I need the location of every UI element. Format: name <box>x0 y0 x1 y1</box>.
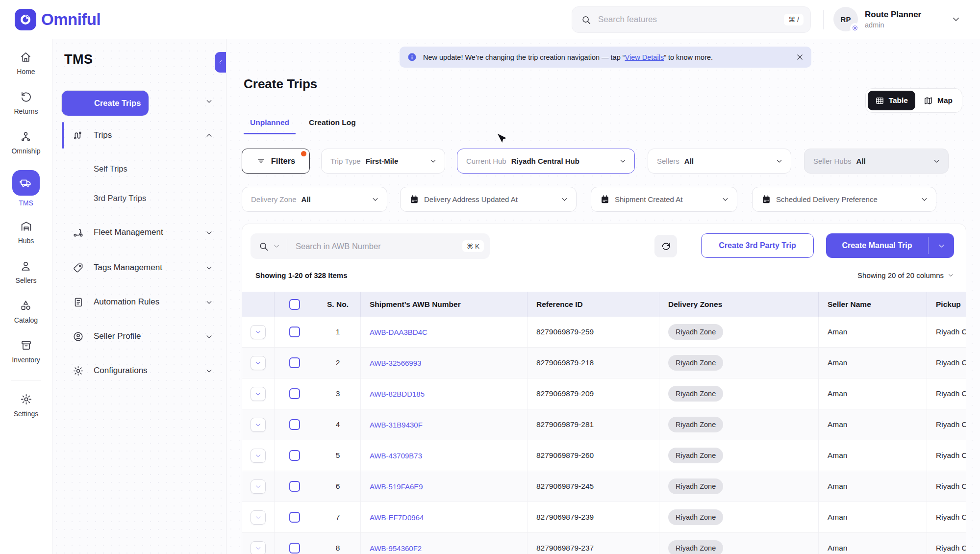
row-seller-name: Aman <box>819 440 927 471</box>
chevron-down-icon <box>722 196 729 203</box>
seller-hubs-filter[interactable]: Seller Hubs All <box>804 149 949 174</box>
delivery-zone-filter[interactable]: Delivery Zone All <box>242 187 387 212</box>
chevron-down-icon <box>372 196 379 203</box>
row-checkbox[interactable] <box>289 481 300 492</box>
sidebar-item-inventory[interactable]: Inventory <box>12 339 40 364</box>
row-reference-id: 8279069879-281 <box>528 409 659 440</box>
column-reference-id: Reference ID <box>528 292 659 317</box>
chevron-down-icon <box>205 229 213 236</box>
scheduled-delivery-filter[interactable]: Scheduled Delivery Preference <box>752 187 936 212</box>
awb-link[interactable]: AWB-519FA6E9 <box>370 482 423 491</box>
awb-link[interactable]: AWB-31B9430F <box>370 421 423 429</box>
global-search-input[interactable]: Search features ⌘ / <box>572 6 811 33</box>
sellers-filter[interactable]: Sellers All <box>648 149 791 174</box>
map-icon <box>924 96 933 105</box>
app-header: Omniful Search features ⌘ / RP Route Pla… <box>0 0 980 39</box>
user-menu[interactable]: RP Route Planner admin <box>833 7 960 31</box>
menu-item-3rd-party-trips[interactable]: 3rd Party Trips <box>52 188 218 208</box>
page-title: Create Trips <box>244 76 317 92</box>
sidebar-item-hubs[interactable]: Hubs <box>18 220 34 245</box>
menu-item-configurations[interactable]: Configurations <box>52 360 218 381</box>
row-expander-button[interactable] <box>251 387 266 401</box>
row-checkbox[interactable] <box>289 543 300 554</box>
create-3rd-party-trip-button[interactable]: Create 3rd Party Trip <box>701 233 814 258</box>
table-view-button[interactable]: Table <box>868 91 915 110</box>
nav-rail: Home Returns Omniship TMS Hubs Sellers C… <box>0 39 52 554</box>
sidebar-item-returns[interactable]: Returns <box>14 91 38 115</box>
header-divider <box>823 10 824 29</box>
row-expander-button[interactable] <box>251 418 266 432</box>
menu-item-fleet-management[interactable]: Fleet Management <box>52 222 218 243</box>
sidebar-item-settings[interactable]: Settings <box>14 393 39 418</box>
row-checkbox[interactable] <box>289 388 300 399</box>
avatar: RP <box>833 7 858 31</box>
filters-button[interactable]: Filters <box>242 149 310 174</box>
row-seller-name: Aman <box>819 409 927 440</box>
awb-link[interactable]: AWB-954360F2 <box>370 544 422 553</box>
scroll-icon <box>73 297 84 308</box>
banner-close-icon[interactable] <box>796 53 804 61</box>
chevron-down-icon <box>255 453 261 459</box>
row-pickup: Riyadh Central Hub <box>927 409 966 440</box>
columns-summary-dropdown[interactable]: Showing 20 of 20 columns <box>857 271 954 279</box>
row-expander-button[interactable] <box>251 356 266 370</box>
search-shortcut-badge: ⌘ K <box>462 240 484 252</box>
omniful-logo-icon <box>15 9 36 30</box>
chevron-down-icon <box>933 157 940 165</box>
sidebar-item-sellers[interactable]: Sellers <box>16 260 37 284</box>
row-checkbox[interactable] <box>289 357 300 368</box>
create-manual-trip-button[interactable]: Create Manual Trip <box>826 233 928 258</box>
row-seller-name: Aman <box>819 502 927 532</box>
shipment-created-filter[interactable]: Shipment Created At <box>591 187 737 212</box>
awb-link[interactable]: AWB-82BDD185 <box>370 390 425 398</box>
chevron-down-icon <box>619 157 627 165</box>
row-checkbox[interactable] <box>289 419 300 430</box>
row-expander-button[interactable] <box>251 510 266 525</box>
awb-link[interactable]: AWB-43709B73 <box>370 452 422 460</box>
filters-active-dot <box>301 151 306 156</box>
create-manual-trip-caret-button[interactable] <box>929 233 954 258</box>
search-icon <box>258 241 269 252</box>
select-all-checkbox[interactable] <box>289 299 300 310</box>
trips-table: S. No. Shipment’s AWB Number Reference I… <box>242 292 966 554</box>
delivery-address-updated-filter[interactable]: Delivery Address Updated At <box>400 187 577 212</box>
trip-type-filter[interactable]: Trip Type First-Mile <box>321 149 445 174</box>
refresh-button[interactable] <box>654 235 677 257</box>
menu-item-self-trips[interactable]: Self Trips <box>52 159 218 178</box>
row-checkbox[interactable] <box>289 450 300 461</box>
tab-creation-log[interactable]: Creation Log <box>302 114 362 134</box>
chevron-down-icon <box>255 422 261 428</box>
awb-link[interactable]: AWB-DAA3BD4C <box>370 328 427 336</box>
awb-link[interactable]: AWB-32566993 <box>370 359 421 367</box>
row-expander-button[interactable] <box>251 325 266 339</box>
awb-link[interactable]: AWB-EF7D0964 <box>370 513 424 522</box>
search-type-chevron-icon[interactable] <box>273 243 280 250</box>
row-expander-button[interactable] <box>251 449 266 463</box>
map-view-button[interactable]: Map <box>916 91 960 110</box>
shapes-icon <box>20 300 32 312</box>
menu-item-seller-profile[interactable]: Seller Profile <box>52 326 218 347</box>
awb-search-input[interactable]: Search in AWB Number ⌘ K <box>251 233 490 259</box>
menu-item-tags-management[interactable]: Tags Management <box>52 257 218 278</box>
current-hub-filter[interactable]: Current Hub Riyadh Central Hub <box>457 149 635 174</box>
menu-item-trips[interactable]: Trips <box>52 125 218 146</box>
panel-collapse-button[interactable] <box>215 52 226 73</box>
row-checkbox[interactable] <box>289 512 300 523</box>
row-checkbox[interactable] <box>289 327 300 337</box>
row-expander-button[interactable] <box>251 541 266 554</box>
toolbar-divider <box>690 235 690 257</box>
sidebar-item-catalog[interactable]: Catalog <box>14 300 38 324</box>
menu-item-create-trips[interactable]: Create Trips <box>61 90 149 116</box>
sidebar-item-tms[interactable]: TMS <box>12 170 40 207</box>
sidebar-item-omniship[interactable]: Omniship <box>11 130 40 155</box>
header-expander-column <box>242 292 275 317</box>
brand-logo[interactable]: Omniful <box>15 9 101 30</box>
row-reference-id: 8279069879-209 <box>528 378 659 409</box>
tab-unplanned[interactable]: Unplanned <box>244 114 296 134</box>
row-seller-name: Aman <box>819 378 927 409</box>
row-expander-button[interactable] <box>251 479 266 494</box>
menu-item-automation-rules[interactable]: Automation Rules <box>52 291 218 313</box>
sidebar-item-home[interactable]: Home <box>17 51 35 76</box>
view-details-link[interactable]: View Details <box>625 53 664 61</box>
chevron-down-icon <box>205 367 213 375</box>
